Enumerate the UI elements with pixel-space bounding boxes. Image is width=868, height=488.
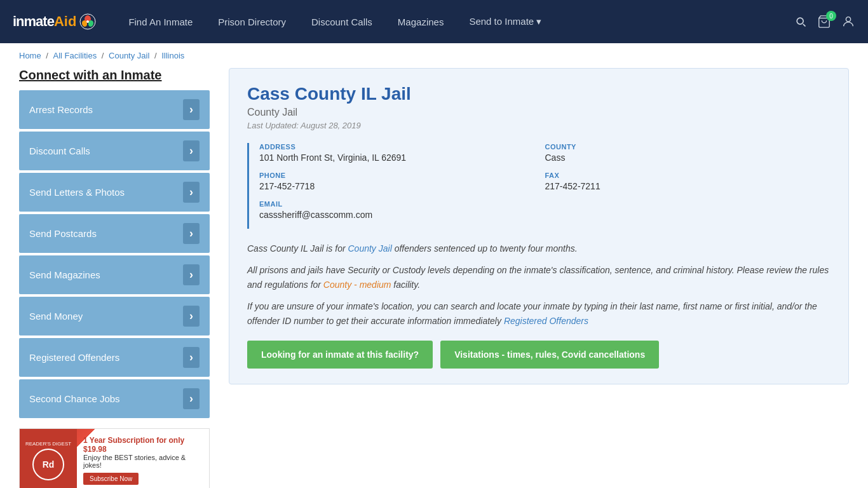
visitations-button[interactable]: Visitations - times, rules, Covid cancel… <box>440 341 659 369</box>
user-button[interactable] <box>841 15 855 29</box>
sidebar-label-registered: Registered Offenders <box>29 352 119 363</box>
sidebar-item-send-magazines[interactable]: Send Magazines › <box>19 255 210 294</box>
jail-card: Cass County IL Jail County Jail Last Upd… <box>229 68 849 384</box>
address-label: ADDRESS <box>259 143 545 151</box>
registered-offenders-link[interactable]: Registered Offenders <box>504 316 588 326</box>
sidebar-label-money: Send Money <box>29 311 83 322</box>
navigation: inmate Aid Find An Inmate Prison Directo… <box>0 0 868 43</box>
arrow-icon-money: › <box>183 306 200 327</box>
sidebar-item-send-money[interactable]: Send Money › <box>19 297 210 336</box>
svg-point-4 <box>86 20 89 23</box>
address-value: 101 North Front St, Virginia, IL 62691 <box>259 152 545 163</box>
ad-banner[interactable]: READER'S DIGEST Rd 1 Year Subscription f… <box>19 428 210 488</box>
jail-email-cell: EMAIL casssheriff@casscomm.com <box>259 200 831 220</box>
sidebar-label-magazines: Send Magazines <box>29 269 100 280</box>
nav-discount-calls[interactable]: Discount Calls <box>299 1 385 43</box>
logo-icon <box>79 13 97 30</box>
jail-address-cell: ADDRESS 101 North Front St, Virginia, IL… <box>259 143 545 163</box>
county-label: COUNTY <box>545 143 831 151</box>
action-buttons: Looking for an inmate at this facility? … <box>247 341 831 369</box>
jail-desc2: All prisons and jails have Security or C… <box>247 263 831 292</box>
nav-magazines[interactable]: Magazines <box>385 1 457 43</box>
arrow-icon-discount: › <box>183 140 200 161</box>
sidebar-item-arrest-records[interactable]: Arrest Records › <box>19 90 210 129</box>
breadcrumb-all-facilities[interactable]: All Facilities <box>53 51 97 60</box>
nav-links: Find An Inmate Prison Directory Discount… <box>116 1 794 43</box>
sidebar-label-letters: Send Letters & Photos <box>29 187 125 198</box>
svg-point-6 <box>846 17 850 22</box>
jail-desc3: If you are unsure of your inmate's locat… <box>247 299 831 328</box>
phone-value: 217-452-7718 <box>259 181 545 191</box>
ad-headline: 1 Year Subscription for only $19.98 <box>83 436 184 454</box>
ad-brand-label: READER'S DIGEST <box>23 440 74 449</box>
breadcrumb-county-jail[interactable]: County Jail <box>109 51 149 60</box>
ad-subscribe-button[interactable]: Subscribe Now <box>83 473 139 485</box>
breadcrumb: Home / All Facilities / County Jail / Il… <box>0 43 868 68</box>
find-inmate-button[interactable]: Looking for an inmate at this facility? <box>247 341 433 369</box>
nav-send-to-inmate[interactable]: Send to Inmate ▾ <box>456 1 554 43</box>
sidebar-title: Connect with an Inmate <box>19 68 210 83</box>
cart-count: 0 <box>826 11 836 21</box>
jail-desc1: Cass County IL Jail is for County Jail o… <box>247 241 831 255</box>
fax-label: FAX <box>545 172 831 179</box>
county-jail-link[interactable]: County Jail <box>348 243 391 254</box>
content-area: Cass County IL Jail County Jail Last Upd… <box>229 68 849 488</box>
email-value: casssheriff@casscomm.com <box>259 210 831 220</box>
nav-prison-directory[interactable]: Prison Directory <box>205 1 299 43</box>
sidebar-item-send-postcards[interactable]: Send Postcards › <box>19 214 210 253</box>
sidebar-item-discount-calls[interactable]: Discount Calls › <box>19 132 210 170</box>
main-container: Connect with an Inmate Arrest Records › … <box>0 68 868 488</box>
arrow-icon-letters: › <box>183 182 200 203</box>
sidebar-label-discount: Discount Calls <box>29 146 90 156</box>
arrow-icon-arrest: › <box>183 99 200 120</box>
phone-label: PHONE <box>259 172 545 179</box>
cart-button[interactable]: 0 <box>817 15 831 29</box>
sidebar-item-second-chance[interactable]: Second Chance Jobs › <box>19 379 210 418</box>
search-button[interactable] <box>794 15 807 28</box>
sidebar-label-arrest: Arrest Records <box>29 104 93 115</box>
search-icon <box>794 15 807 28</box>
ad-logo-area: READER'S DIGEST Rd <box>20 429 77 488</box>
breadcrumb-home[interactable]: Home <box>19 51 41 60</box>
arrow-icon-jobs: › <box>183 388 200 409</box>
email-label: EMAIL <box>259 200 831 208</box>
arrow-icon-registered: › <box>183 347 200 368</box>
county-value: Cass <box>545 152 831 163</box>
sidebar: Connect with an Inmate Arrest Records › … <box>19 68 210 488</box>
logo-aid: Aid <box>54 13 76 30</box>
ad-brand-circle: Rd <box>32 449 64 480</box>
jail-county-cell: COUNTY Cass <box>545 143 831 163</box>
arrow-icon-postcards: › <box>183 223 200 244</box>
cart-badge: 0 <box>817 15 831 29</box>
jail-fax-cell: FAX 217-452-7211 <box>545 172 831 191</box>
county-medium-link[interactable]: County - medium <box>323 280 391 290</box>
sidebar-item-registered-offenders[interactable]: Registered Offenders › <box>19 338 210 377</box>
fax-value: 217-452-7211 <box>545 181 831 191</box>
ad-subtext: Enjoy the BEST stories, advice & jokes! <box>83 454 186 469</box>
ad-banner-inner: READER'S DIGEST Rd 1 Year Subscription f… <box>20 429 209 488</box>
jail-phone-cell: PHONE 217-452-7718 <box>259 172 545 191</box>
breadcrumb-illinois[interactable]: Illinois <box>161 51 184 60</box>
user-icon <box>841 15 855 29</box>
ad-content: 1 Year Subscription for only $19.98 Enjo… <box>77 431 209 489</box>
logo-text: inmate <box>13 13 54 30</box>
jail-type: County Jail <box>247 107 831 118</box>
nav-find-inmate[interactable]: Find An Inmate <box>116 1 205 43</box>
sidebar-item-send-letters[interactable]: Send Letters & Photos › <box>19 173 210 212</box>
jail-info-grid: ADDRESS 101 North Front St, Virginia, IL… <box>247 143 831 229</box>
nav-right: 0 <box>794 15 855 29</box>
sidebar-label-jobs: Second Chance Jobs <box>29 393 120 404</box>
jail-updated: Last Updated: August 28, 2019 <box>247 121 831 130</box>
sidebar-label-postcards: Send Postcards <box>29 228 97 239</box>
arrow-icon-magazines: › <box>183 264 200 285</box>
jail-name: Cass County IL Jail <box>247 84 831 104</box>
site-logo[interactable]: inmate Aid <box>13 13 97 30</box>
